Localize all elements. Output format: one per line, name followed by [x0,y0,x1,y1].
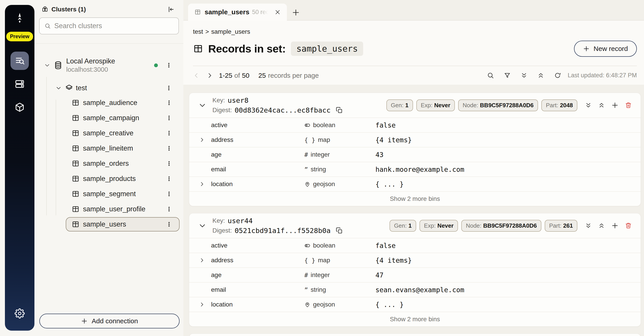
clusters-tree: Local Aerospike localhost:3000 test [34,44,183,314]
bin-type: map [318,136,330,143]
bin-name: address [211,136,304,143]
string-icon: ” [304,286,308,293]
collapse-all-button[interactable] [537,72,544,79]
tab-close-button[interactable] [274,9,281,15]
last-updated-text: Last updated: 6:48:27 PM [568,72,637,79]
prev-page-button[interactable] [193,72,200,79]
add-bin-button[interactable] [611,102,618,109]
search-records-button[interactable] [487,72,494,79]
set-item[interactable]: sample_audience [66,96,180,110]
set-item[interactable]: sample_creative [66,126,180,140]
search-clusters-input[interactable] [54,22,174,30]
nav-browse-records-button[interactable] [10,52,29,70]
set-menu-button[interactable] [165,129,173,137]
bin-value: { ... } [376,301,641,309]
collapse-record-bins-button[interactable] [598,102,605,109]
nav-servers-button[interactable] [10,75,29,93]
set-item[interactable]: sample_user_profile [66,202,180,216]
filter-button[interactable] [504,72,511,79]
bin-type: boolean [313,242,336,249]
collapse-record-bins-button[interactable] [598,222,605,229]
search-icon [44,22,51,29]
expand-record-bins-button[interactable] [585,222,592,229]
add-connection-label: Add connection [92,317,138,325]
bin-value: { ... } [376,180,641,188]
cluster-menu-button[interactable] [164,61,173,69]
exp-badge: Exp:Never [416,99,455,111]
filter-funnel-icon [504,72,511,79]
chevron-right-icon [199,302,205,308]
add-bin-button[interactable] [611,222,618,229]
delete-record-button[interactable] [625,102,632,109]
delete-record-button[interactable] [625,222,632,229]
set-menu-button[interactable] [165,144,173,153]
plus-icon [292,8,300,16]
tree-set-row: sample_segment [34,186,183,202]
tree-indent-guide [46,77,47,215]
set-name: sample_users [83,220,126,228]
page-header: test > sample_users Records in set: samp… [183,20,644,66]
collapse-panel-button[interactable] [167,6,174,13]
set-item[interactable]: sample_segment [66,187,180,201]
set-item[interactable]: sample_campaign [66,111,180,125]
nav-modules-button[interactable] [10,98,29,116]
set-menu-button[interactable] [165,98,173,107]
expand-bin-button[interactable] [199,181,211,187]
add-connection-button[interactable]: Add connection [39,314,180,329]
copy-digest-button[interactable] [336,107,342,113]
bin-row: active boolean false [189,238,641,253]
chevron-right-icon [199,137,205,143]
breadcrumb-parent[interactable]: test [193,28,203,35]
clusters-icon [42,6,48,13]
kebab-menu-icon [166,130,172,136]
set-menu-button[interactable] [165,205,173,213]
digest-label: Digest: [212,227,232,234]
records-toolbar: 1-25of50 25records per page Last updated… [183,66,644,85]
integer-icon: # [304,272,308,279]
tab-sample-users[interactable]: sample_users 50 rec [188,3,287,20]
namespace-menu-button[interactable] [164,84,173,92]
tree-cluster-row[interactable]: Local Aerospike localhost:3000 [34,55,183,75]
tree-namespace-row[interactable]: test [34,81,183,95]
copy-digest-button[interactable] [336,227,342,234]
expand-bin-button[interactable] [199,302,211,308]
show-more-bins-button[interactable]: Show 2 more bins [390,195,440,202]
set-name: sample_campaign [83,114,139,122]
record-collapse-button[interactable] [198,222,206,229]
set-menu-button[interactable] [165,174,173,183]
kebab-menu-icon [166,206,172,212]
set-name: sample_user_profile [83,205,145,213]
chevron-down-icon[interactable] [56,85,62,91]
expand-all-button[interactable] [520,72,528,79]
chevron-down-icon[interactable] [44,62,50,68]
namespace-layers-icon [65,84,73,92]
new-record-button[interactable]: New record [574,41,637,57]
expand-bin-button[interactable] [199,137,211,143]
set-name: sample_products [83,175,136,183]
tree-set-row: sample_creative [34,126,183,141]
set-item[interactable]: sample_products [66,172,180,186]
expand-bin-button[interactable] [199,257,211,263]
show-more-bins-button[interactable]: Show 2 more bins [390,316,440,323]
key-label: Key: [212,97,225,104]
expand-record-bins-button[interactable] [585,102,592,109]
set-table-icon [72,160,80,168]
next-page-button[interactable] [206,72,213,79]
bin-name: location [211,301,304,308]
record-key: user8 [228,96,248,104]
settings-button[interactable] [14,308,25,319]
set-menu-button[interactable] [165,159,173,168]
set-item[interactable]: sample_orders [66,156,180,171]
set-menu-button[interactable] [165,190,173,198]
kebab-menu-icon [166,100,172,106]
set-menu-button[interactable] [165,220,173,229]
new-tab-button[interactable] [292,8,300,16]
refresh-button[interactable] [554,72,561,79]
page-size-select[interactable]: 25records per page [258,72,319,79]
set-item[interactable]: sample_lineitem [66,141,180,155]
set-item-selected[interactable]: sample_users [66,217,180,231]
set-name: sample_segment [83,190,136,198]
search-icon [487,72,494,79]
set-menu-button[interactable] [165,114,173,122]
record-collapse-button[interactable] [198,101,206,109]
